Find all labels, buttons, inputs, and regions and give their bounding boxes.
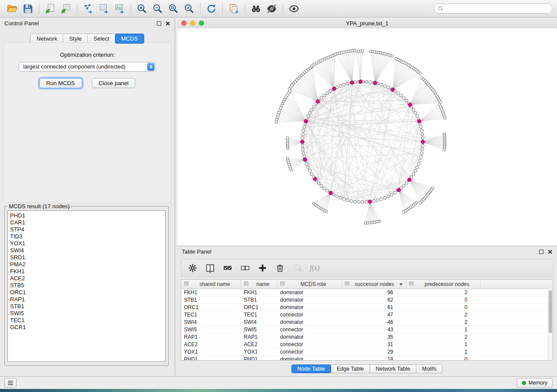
mcds-result-item[interactable]: SRD1	[10, 254, 163, 261]
mcds-result-list[interactable]: PHD1CAR1STP4TID3YOX1SWI4SRD1PMA2FKH1ACE2…	[7, 210, 166, 362]
export-table-button[interactable]	[96, 2, 112, 16]
table-row[interactable]: ORC1ORC1dominator610	[181, 304, 553, 311]
tab-edge-table[interactable]: Edge Table	[331, 364, 370, 373]
zoom-in-button[interactable]	[134, 2, 150, 16]
table-row[interactable]: TEC1TEC1connector472	[181, 311, 553, 319]
tab-motifs[interactable]: Motifs	[416, 364, 443, 373]
column-header-name[interactable]: name	[241, 280, 277, 289]
show-panels-button[interactable]	[4, 378, 17, 388]
search-box[interactable]	[434, 3, 553, 14]
mcds-result-item[interactable]: STB5	[10, 282, 163, 289]
column-header-successor-nodes[interactable]: successor nodes	[342, 280, 406, 289]
mcds-result-item[interactable]: RAP1	[10, 296, 163, 303]
mcds-result-item[interactable]: TID3	[10, 233, 163, 240]
table-row[interactable]: ACE2ACE2connector311	[181, 341, 553, 348]
table-row[interactable]: YOX1YOX1connector291	[181, 348, 553, 356]
table-row[interactable]: SWI4SWI4dominator462	[181, 319, 553, 326]
table-scrollbar[interactable]	[548, 289, 553, 360]
memory-button[interactable]: Memory	[517, 378, 553, 388]
zoom-in-icon	[136, 3, 148, 14]
criterion-select[interactable]: largest connected component (undirected)	[19, 62, 156, 72]
close-icon[interactable]: ✕	[165, 21, 170, 27]
mcds-result-item[interactable]: SWI5	[10, 310, 163, 317]
float-icon[interactable]	[539, 250, 543, 254]
network-canvas[interactable]	[177, 28, 557, 246]
search-icon	[438, 6, 443, 11]
column-header-predecessor-nodes[interactable]: predecessor nodes	[406, 280, 481, 289]
export-image-button[interactable]	[112, 2, 128, 16]
tab-node-table[interactable]: Node Table	[291, 364, 331, 373]
columns-button[interactable]	[204, 262, 216, 274]
mcds-result-item[interactable]: STP4	[10, 226, 163, 233]
copy-document-button[interactable]	[226, 2, 242, 16]
table-panel-title: Table Panel	[182, 248, 211, 255]
network-window: YPA_prune.txt_1	[177, 18, 557, 246]
table-row[interactable]: PHD1PHD1dominator180	[181, 356, 553, 361]
column-options-icon[interactable]	[409, 281, 414, 287]
mcds-result-item[interactable]: PMA2	[10, 261, 163, 268]
save-button[interactable]	[20, 2, 36, 16]
mcds-result-item[interactable]: FKH1	[10, 268, 163, 275]
export-network-button[interactable]	[80, 2, 96, 16]
close-panel-button[interactable]: Close panel	[92, 78, 136, 88]
cell-name: ACE2	[241, 341, 277, 348]
mcds-result-item[interactable]: STB1	[10, 303, 163, 310]
delete-button[interactable]	[274, 262, 286, 274]
mcds-tab-content: Optimization criterion: largest connecte…	[3, 42, 171, 203]
optimization-criterion-label: Optimization criterion:	[4, 52, 171, 58]
cell-successor-nodes: 35	[342, 334, 406, 340]
column-header-shared-name[interactable]: shared name	[181, 280, 241, 289]
eye-button[interactable]	[286, 2, 302, 16]
close-traffic-light[interactable]	[181, 21, 187, 26]
column-options-icon[interactable]	[244, 281, 249, 287]
open-folder-button[interactable]	[4, 2, 20, 16]
import-file-button[interactable]	[42, 2, 58, 16]
mcds-result-item[interactable]: CAR1	[10, 219, 163, 226]
mcds-result-item[interactable]: GCR1	[10, 324, 163, 331]
control-panel-title: Control Panel	[4, 20, 39, 27]
tab-network-table[interactable]: Network Table	[370, 364, 416, 373]
column-options-icon[interactable]	[280, 281, 285, 287]
refresh-button[interactable]	[204, 2, 219, 16]
table-row[interactable]: RAP1RAP1dominator352	[181, 334, 553, 341]
tab-mcds[interactable]: MCDS	[115, 34, 144, 44]
binoculars-button[interactable]	[248, 2, 264, 16]
search-input[interactable]	[446, 5, 549, 12]
scrollbar-thumb[interactable]	[549, 290, 552, 333]
column-options-icon[interactable]	[184, 281, 189, 287]
cell-name: PHD1	[241, 356, 277, 361]
run-mcds-button[interactable]: Run MCDS	[39, 78, 82, 88]
table-row[interactable]: STB1STB1dominator620	[181, 296, 553, 304]
mcds-result-item[interactable]: YOX1	[10, 240, 163, 247]
deselect-all-button[interactable]	[239, 262, 251, 274]
table-row[interactable]: SWI5SWI5connector431	[181, 326, 553, 334]
export-network-icon	[83, 3, 94, 14]
add-button[interactable]	[256, 262, 269, 274]
cell-shared-name: FKH1	[181, 289, 241, 296]
column-label: predecessor nodes	[415, 281, 478, 287]
close-icon[interactable]: ✕	[547, 249, 553, 255]
gear-button[interactable]	[187, 262, 199, 274]
zoom-out-button[interactable]	[150, 2, 166, 16]
export-image-icon	[114, 3, 125, 14]
hide-style-button[interactable]	[264, 2, 280, 16]
mcds-result-item[interactable]: ACE2	[10, 275, 163, 282]
mcds-result-item[interactable]: PHD1	[10, 212, 163, 219]
mcds-result-item[interactable]: SWI4	[10, 247, 163, 254]
cell-shared-name: TEC1	[181, 311, 241, 318]
zoom-fit-button[interactable]	[166, 2, 181, 16]
column-options-icon[interactable]	[345, 281, 349, 287]
mcds-result-item[interactable]: ORC1	[10, 289, 163, 296]
select-all-button[interactable]	[221, 262, 234, 274]
sort-chevron-icon[interactable]	[399, 283, 403, 285]
column-header-MCDS-role[interactable]: MCDS role	[277, 280, 342, 289]
table-row[interactable]: FKH1FKH1dominator962	[181, 289, 553, 296]
zoom-selected-button[interactable]	[181, 2, 197, 16]
minimize-traffic-light[interactable]	[190, 21, 195, 26]
float-icon[interactable]	[157, 21, 161, 26]
zoom-traffic-light[interactable]	[199, 21, 204, 26]
cell-MCDS-role: dominator	[277, 296, 342, 303]
cell-predecessor-nodes: 1	[406, 326, 481, 333]
import-table-button[interactable]	[58, 2, 74, 16]
mcds-result-item[interactable]: TEC1	[10, 317, 163, 324]
